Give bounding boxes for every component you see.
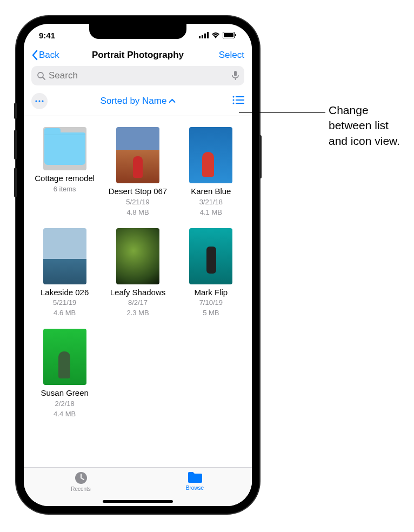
folder-icon (187, 471, 203, 484)
wifi-icon (211, 32, 220, 38)
item-meta: 6 items (54, 185, 76, 194)
item-size: 4.6 MB (54, 309, 76, 318)
sort-button[interactable]: Sorted by Name (101, 96, 176, 107)
item-size: 2.3 MB (126, 309, 149, 318)
item-date: 5/21/19 (126, 198, 149, 207)
tab-label: Browse (186, 485, 204, 491)
item-size: 4.8 MB (126, 208, 149, 217)
notch (89, 24, 186, 39)
svg-point-12 (38, 100, 40, 102)
search-icon (37, 71, 45, 80)
file-grid: Cottage remodel 6 items Desert Stop 067 … (29, 127, 246, 424)
callout-line (239, 112, 325, 113)
item-date: 3/21/18 (199, 198, 223, 207)
item-name: Desert Stop 067 (109, 187, 167, 197)
folder-icon (43, 127, 86, 170)
svg-line-8 (43, 77, 45, 79)
search-input[interactable] (49, 70, 229, 81)
svg-rect-9 (234, 71, 237, 76)
back-label: Back (39, 50, 59, 61)
item-size: 5 MB (203, 309, 219, 318)
svg-point-18 (233, 103, 235, 104)
svg-rect-3 (207, 32, 209, 38)
view-toggle-button[interactable] (232, 96, 244, 107)
battery-icon (223, 32, 237, 38)
more-button[interactable] (31, 93, 48, 109)
image-thumbnail (43, 228, 86, 284)
callout-text: Change between list and icon view. (329, 103, 410, 149)
image-thumbnail (189, 127, 232, 183)
sort-label-text: Sorted by Name (101, 96, 167, 107)
svg-rect-6 (235, 34, 236, 36)
phone-frame: 9:41 Back Portrait Photography Select (16, 16, 259, 514)
image-thumbnail (43, 329, 86, 385)
screen: 9:41 Back Portrait Photography Select (24, 24, 252, 506)
back-button[interactable]: Back (31, 50, 59, 61)
svg-point-16 (233, 99, 235, 101)
file-item[interactable]: Lakeside 026 5/21/19 4.6 MB (29, 228, 100, 324)
volume-up (14, 130, 17, 159)
file-item-folder[interactable]: Cottage remodel 6 items (29, 127, 100, 223)
svg-rect-19 (236, 103, 244, 104)
item-date: 8/2/17 (128, 298, 148, 308)
mic-icon[interactable] (232, 71, 239, 81)
svg-rect-5 (224, 33, 233, 37)
ellipsis-icon (35, 100, 44, 102)
select-button[interactable]: Select (219, 50, 244, 61)
list-view-icon (232, 96, 244, 104)
svg-rect-17 (236, 99, 244, 101)
image-thumbnail (116, 127, 159, 183)
chevron-up-icon (169, 99, 175, 103)
item-name: Susan Green (41, 388, 88, 398)
svg-point-14 (233, 96, 235, 98)
item-date: 2/2/18 (55, 400, 75, 409)
item-date: 5/21/19 (53, 298, 76, 308)
nav-bar: Back Portrait Photography Select (24, 46, 252, 66)
image-thumbnail (189, 228, 232, 284)
status-time: 9:41 (39, 31, 55, 40)
svg-rect-15 (236, 96, 244, 97)
status-indicators (199, 32, 237, 38)
item-name: Cottage remodel (35, 174, 95, 184)
item-name: Lakeside 026 (41, 288, 89, 298)
item-name: Karen Blue (191, 187, 231, 197)
svg-point-13 (42, 100, 43, 102)
tab-label: Recents (71, 486, 91, 492)
search-bar[interactable] (31, 66, 244, 85)
file-item[interactable]: Susan Green 2/2/18 4.4 MB (29, 329, 100, 424)
power-button (259, 135, 262, 178)
svg-rect-2 (204, 34, 206, 38)
svg-rect-1 (202, 35, 203, 38)
svg-point-11 (35, 100, 37, 102)
file-item[interactable]: Leafy Shadows 8/2/17 2.3 MB (102, 228, 173, 324)
home-indicator[interactable] (103, 500, 173, 503)
file-item[interactable]: Mark Flip 7/10/19 5 MB (176, 228, 246, 324)
volume-down (14, 168, 17, 197)
image-thumbnail (116, 228, 159, 284)
item-date: 7/10/19 (199, 298, 223, 308)
svg-rect-0 (199, 36, 201, 38)
mute-switch (14, 103, 17, 119)
cellular-icon (199, 32, 209, 38)
content-area[interactable]: Cottage remodel 6 items Desert Stop 067 … (24, 116, 252, 467)
toolbar: Sorted by Name (24, 91, 252, 116)
chevron-left-icon (31, 50, 38, 61)
clock-icon (74, 471, 88, 485)
item-size: 4.1 MB (200, 208, 222, 217)
file-item[interactable]: Karen Blue 3/21/18 4.1 MB (176, 127, 246, 223)
item-name: Mark Flip (194, 288, 228, 298)
item-size: 4.4 MB (54, 410, 76, 419)
file-item[interactable]: Desert Stop 067 5/21/19 4.8 MB (102, 127, 173, 223)
item-name: Leafy Shadows (110, 288, 166, 298)
